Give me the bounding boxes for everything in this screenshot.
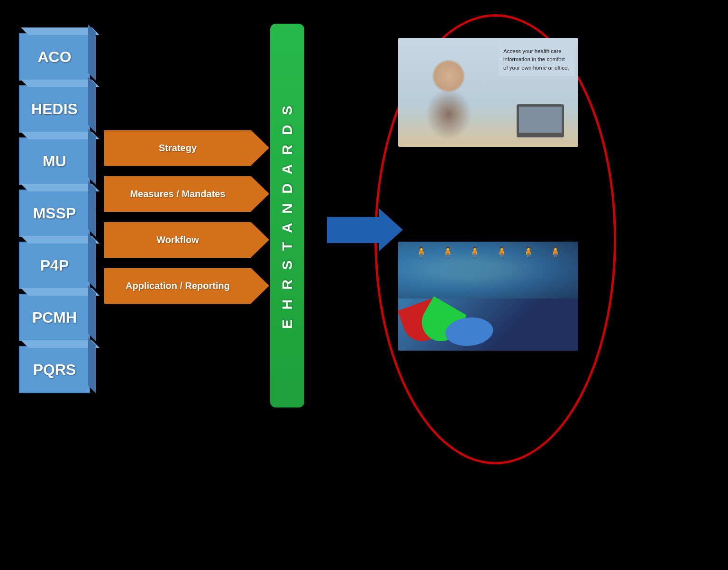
- main-blue-arrow: [327, 208, 403, 251]
- chart-image: 🧍 🧍 🧍 🧍 🧍 🧍: [398, 242, 578, 351]
- block-hedis: HEDIS: [19, 85, 90, 133]
- ehr-standards-text: E H R S T A N D A R D S: [280, 103, 294, 329]
- healthcare-image: Access your health care information in t…: [398, 38, 578, 147]
- arrow-body: [327, 217, 379, 243]
- arrows-section: Strategy Measures / Mandates Workflow Ap…: [104, 130, 251, 304]
- block-pcmh: PCMH: [19, 294, 90, 341]
- arrow-application: Application / Reporting: [104, 268, 251, 304]
- block-pqrs: PQRS: [19, 346, 90, 393]
- person-icon-3: 🧍: [468, 246, 481, 259]
- diagram-container: ACO HEDIS MU MSSP P4P PCMH PQRS Strategy…: [19, 24, 304, 407]
- laptop-icon: [517, 104, 564, 137]
- arrow-head: [379, 208, 403, 251]
- block-aco: ACO: [19, 33, 90, 81]
- arrow-workflow: Workflow: [104, 222, 251, 258]
- right-panel: Access your health care information in t…: [398, 38, 592, 351]
- person-icon-2: 🧍: [441, 246, 454, 259]
- healthcare-caption: Access your health care information in t…: [499, 44, 574, 76]
- person-icon-6: 🧍: [549, 246, 562, 259]
- blocks-stack: ACO HEDIS MU MSSP P4P PCMH PQRS: [19, 33, 90, 398]
- block-mu: MU: [19, 137, 90, 185]
- arrow-strategy: Strategy: [104, 130, 251, 166]
- person-icon-5: 🧍: [522, 246, 535, 259]
- arrow-measures: Measures / Mandates: [104, 176, 251, 212]
- block-p4p: P4P: [19, 242, 90, 289]
- person-icon-1: 🧍: [415, 246, 428, 259]
- ehr-standards-bar: E H R S T A N D A R D S: [270, 24, 304, 407]
- person-icon-4: 🧍: [495, 246, 508, 259]
- people-icons-row: 🧍 🧍 🧍 🧍 🧍 🧍: [398, 246, 578, 259]
- block-mssp: MSSP: [19, 190, 90, 237]
